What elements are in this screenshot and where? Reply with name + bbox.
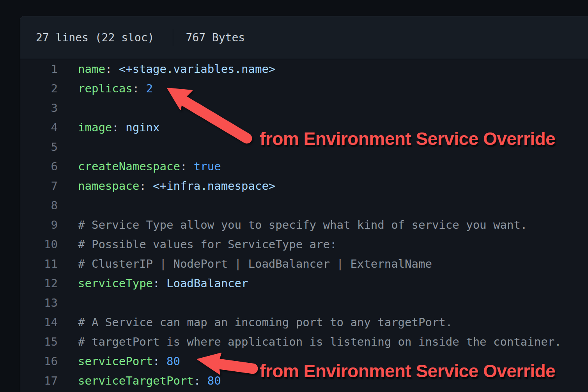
line-number[interactable]: 11 — [20, 254, 58, 274]
code-token-const: 2 — [146, 82, 153, 95]
code-token-comment: # Possible values for ServiceType are: — [78, 238, 337, 251]
page-background: 27 lines (22 sloc) 767 Bytes 1name: <+st… — [0, 0, 588, 392]
code-token-punc: : — [153, 355, 166, 368]
code-line-content: serviceType: LoadBalancer — [78, 274, 248, 293]
code-line: 1name: <+stage.variables.name> — [20, 59, 588, 79]
code-line: 2replicas: 2 — [20, 79, 588, 98]
code-line: 11# ClusterIP | NodePort | LoadBalancer … — [20, 254, 588, 274]
code-line-content: createNamespace: true — [78, 157, 221, 176]
code-line-content: servicePort: 80 — [78, 351, 180, 371]
code-token-const: 80 — [207, 374, 221, 387]
code-line-content: # targetPort is where application is lis… — [78, 332, 561, 351]
file-blob-panel: 27 lines (22 sloc) 767 Bytes 1name: <+st… — [20, 16, 588, 392]
code-token-key: name — [78, 62, 105, 76]
code-line: 12serviceType: LoadBalancer — [20, 274, 588, 293]
code-line: 7namespace: <+infra.namespace> — [20, 176, 588, 196]
code-token-punc: : — [133, 82, 146, 95]
code-token-key: serviceType — [78, 277, 153, 290]
code-token-punc: : — [153, 277, 166, 290]
line-number[interactable]: 5 — [20, 137, 58, 157]
code-token-punc: : — [180, 160, 194, 173]
line-number[interactable]: 2 — [20, 79, 58, 98]
code-line: 10# Possible values for ServiceType are: — [20, 235, 588, 254]
line-number[interactable]: 17 — [20, 371, 58, 390]
code-line: 15# targetPort is where application is l… — [20, 332, 588, 351]
line-number[interactable]: 13 — [20, 293, 58, 313]
line-number[interactable]: 4 — [20, 118, 58, 137]
file-size: 767 Bytes — [186, 31, 245, 44]
line-number[interactable]: 16 — [20, 351, 58, 371]
code-line: 9# Service Type allow you to specify wha… — [20, 215, 588, 235]
code-line: 8 — [20, 196, 588, 215]
code-token-key: image — [78, 121, 112, 134]
code-line: 6createNamespace: true — [20, 157, 588, 176]
annotation-label-replicas: from Environment Service Override — [260, 128, 555, 149]
line-number[interactable]: 1 — [20, 59, 58, 79]
line-number[interactable]: 12 — [20, 274, 58, 293]
line-number[interactable]: 10 — [20, 235, 58, 254]
code-token-punc: : — [139, 179, 153, 192]
code-token-punc: : — [105, 62, 119, 76]
line-number[interactable]: 9 — [20, 215, 58, 235]
code-token-key: createNamespace — [78, 160, 180, 173]
code-token-string: LoadBalancer — [166, 277, 248, 290]
code-area: 1name: <+stage.variables.name>2replicas:… — [20, 59, 588, 390]
code-token-key: servicePort — [78, 355, 153, 368]
code-line-content: image: nginx — [78, 118, 160, 137]
code-token-string: <+stage.variables.name> — [119, 62, 276, 76]
code-line-content: serviceTargetPort: 80 — [78, 371, 221, 390]
code-line: 13 — [20, 293, 588, 313]
code-token-key: replicas — [78, 82, 133, 95]
code-token-key: namespace — [78, 179, 139, 192]
code-token-const: 80 — [166, 355, 180, 368]
line-number[interactable]: 8 — [20, 196, 58, 215]
line-number[interactable]: 14 — [20, 313, 58, 332]
line-number[interactable]: 3 — [20, 98, 58, 118]
code-token-comment: # ClusterIP | NodePort | LoadBalancer | … — [78, 257, 432, 270]
code-line-content: # A Service can map an incoming port to … — [78, 313, 452, 332]
code-line: 3 — [20, 98, 588, 118]
line-number[interactable]: 7 — [20, 176, 58, 196]
code-token-key: serviceTargetPort — [78, 374, 194, 387]
code-line-content: # Possible values for ServiceType are: — [78, 235, 337, 254]
code-token-comment: # Service Type allow you to specify what… — [78, 218, 527, 231]
line-number[interactable]: 15 — [20, 332, 58, 351]
code-token-comment: # A Service can map an incoming port to … — [78, 316, 452, 329]
code-line-content: replicas: 2 — [78, 79, 153, 98]
header-divider — [173, 29, 173, 46]
code-line-content: # Service Type allow you to specify what… — [78, 215, 527, 235]
annotation-label-serviceport: from Environment Service Override — [260, 360, 555, 381]
file-line-count: 27 lines (22 sloc) — [36, 31, 154, 44]
code-token-string: <+infra.namespace> — [153, 179, 275, 192]
code-line-content: namespace: <+infra.namespace> — [78, 176, 275, 196]
code-token-comment: # targetPort is where application is lis… — [78, 335, 561, 348]
blob-header: 27 lines (22 sloc) 767 Bytes — [20, 16, 588, 59]
line-number[interactable]: 6 — [20, 157, 58, 176]
code-token-const: true — [194, 160, 221, 173]
code-line-content: name: <+stage.variables.name> — [78, 59, 275, 79]
code-token-string: nginx — [126, 121, 159, 134]
code-line: 14# A Service can map an incoming port t… — [20, 313, 588, 332]
code-token-punc: : — [112, 121, 126, 134]
code-line-content: # ClusterIP | NodePort | LoadBalancer | … — [78, 254, 432, 274]
code-token-punc: : — [194, 374, 207, 387]
